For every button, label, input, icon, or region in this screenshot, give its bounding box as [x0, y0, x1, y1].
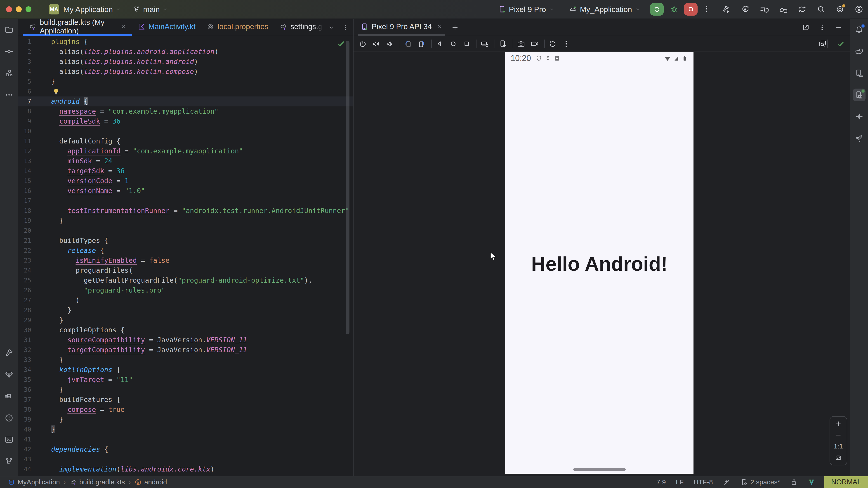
breadcrumb-android[interactable]: android: [134, 478, 167, 486]
code-line-19[interactable]: 19 }: [18, 216, 353, 226]
code-line-36[interactable]: 36 }: [18, 385, 353, 395]
line-number[interactable]: 41: [18, 434, 31, 445]
stripe-gradle-button[interactable]: [853, 45, 866, 58]
editor-tab-0[interactable]: build.gradle.kts (My Application): [23, 19, 132, 36]
line-number[interactable]: 40: [18, 424, 31, 434]
code-line-27[interactable]: 27 ): [18, 295, 353, 305]
search-button[interactable]: [816, 5, 826, 14]
stripe-git-branch-button[interactable]: [3, 455, 16, 468]
stripe-device-manager-button[interactable]: [853, 67, 866, 79]
panel-options-icon[interactable]: [818, 24, 826, 31]
breadcrumb-build.gradle.kts[interactable]: build.gradle.kts: [69, 478, 125, 486]
editor-tab-2[interactable]: local.properties: [201, 19, 274, 36]
line-number[interactable]: 42: [18, 445, 31, 454]
stripe-logcat-button[interactable]: [3, 390, 16, 402]
code-line-25[interactable]: 25 getDefaultProguardFile("proguard-andr…: [18, 275, 353, 285]
line-number[interactable]: 27: [18, 295, 31, 305]
code-line-2[interactable]: 2 alias(libs.plugins.android.application…: [18, 47, 353, 57]
status-2-spaces--widget[interactable]: 2 spaces*: [741, 478, 780, 486]
code-line-11[interactable]: 11 defaultConfig {: [18, 136, 353, 146]
zoom-out-icon[interactable]: [835, 431, 842, 439]
line-number[interactable]: 24: [18, 265, 31, 275]
line-number[interactable]: 37: [18, 395, 31, 404]
code-line-20[interactable]: 20: [18, 226, 353, 236]
overflow-button[interactable]: [562, 39, 570, 48]
line-number[interactable]: 8: [18, 106, 31, 116]
code-line-32[interactable]: 32 targetCompatibility = JavaVersion.VER…: [18, 345, 353, 355]
tab-options-button[interactable]: [342, 24, 349, 31]
stripe-more-button[interactable]: [3, 89, 16, 101]
line-number[interactable]: 23: [18, 256, 31, 265]
mirror-search-button[interactable]: [818, 39, 827, 48]
hidden-tabs-button[interactable]: [328, 24, 335, 31]
code-line-24[interactable]: 24 proguardFiles(: [18, 265, 353, 275]
line-number[interactable]: 16: [18, 186, 31, 196]
line-number[interactable]: 38: [18, 404, 31, 415]
stop-button[interactable]: [684, 3, 698, 15]
gesture-nav-handle[interactable]: [573, 468, 626, 471]
line-number[interactable]: 28: [18, 305, 31, 315]
line-number[interactable]: 43: [18, 454, 31, 464]
line-number[interactable]: 39: [18, 415, 31, 424]
code-line-39[interactable]: 39 }: [18, 415, 353, 424]
code-line-42[interactable]: 42dependencies {: [18, 445, 353, 454]
line-number[interactable]: 33: [18, 355, 31, 365]
rerun-button[interactable]: [650, 3, 664, 15]
line-number[interactable]: 21: [18, 236, 31, 246]
code-line-17[interactable]: 17: [18, 196, 353, 206]
session-restart-button[interactable]: [548, 39, 557, 48]
power-button[interactable]: [359, 39, 367, 48]
code-line-29[interactable]: 29 }: [18, 315, 353, 325]
build-run-button[interactable]: [721, 5, 731, 14]
line-number[interactable]: 20: [18, 226, 31, 236]
rotate-right-button[interactable]: [417, 39, 426, 48]
line-number[interactable]: 5: [18, 76, 31, 87]
editor-tab-3[interactable]: settings.g: [274, 19, 328, 36]
code-line-9[interactable]: 9 compileSdk = 36: [18, 116, 353, 126]
zoom-in-icon[interactable]: [835, 420, 842, 427]
status-lf-widget[interactable]: LF: [676, 478, 684, 486]
code-line-22[interactable]: 22 release {: [18, 246, 353, 256]
gradle-sync-button[interactable]: [798, 5, 807, 14]
code-line-3[interactable]: 3 alias(libs.plugins.kotlin.android): [18, 57, 353, 67]
debug-restart-button[interactable]: [778, 5, 787, 14]
line-number[interactable]: 1: [18, 37, 31, 47]
rotate-left-button[interactable]: [404, 39, 412, 48]
stripe-running-devices-button[interactable]: [853, 89, 866, 101]
apply-changes-button[interactable]: [741, 5, 749, 14]
status-lock-open-widget[interactable]: [790, 478, 798, 486]
code-line-34[interactable]: 34 kotlinOptions {: [18, 365, 353, 375]
account-button[interactable]: [855, 5, 864, 14]
close-icon[interactable]: [121, 24, 126, 30]
line-number[interactable]: 25: [18, 275, 31, 285]
code-line-8[interactable]: 8 namespace = "com.example.myapplication…: [18, 106, 353, 116]
code-line-4[interactable]: 4 alias(libs.plugins.kotlin.compose): [18, 67, 353, 76]
editor-scrollbar[interactable]: [346, 41, 349, 334]
line-number[interactable]: 36: [18, 385, 31, 395]
run-configuration-selector[interactable]: My_Application: [568, 5, 641, 14]
nav-back-button[interactable]: [435, 39, 444, 48]
code-line-26[interactable]: 26 "proguard-rules.pro": [18, 285, 353, 295]
code-line-12[interactable]: 12 applicationId = "com.example.myapplic…: [18, 146, 353, 156]
nav-home-button[interactable]: [449, 39, 458, 48]
debug-button[interactable]: [670, 5, 679, 14]
code-line-33[interactable]: 33 }: [18, 355, 353, 365]
window-minimize-button[interactable]: [16, 6, 22, 12]
code-line-30[interactable]: 30 compileOptions {: [18, 325, 353, 335]
stripe-structure-button[interactable]: [3, 67, 16, 79]
line-number[interactable]: 3: [18, 57, 31, 67]
device-selector[interactable]: Pixel 9 Pro: [498, 5, 555, 14]
code-line-21[interactable]: 21 buildTypes {: [18, 236, 353, 246]
status-7-9-widget[interactable]: 7:9: [656, 478, 666, 486]
code-line-13[interactable]: 13 minSdk = 24: [18, 156, 353, 166]
code-line-16[interactable]: 16 versionName = "1.0": [18, 186, 353, 196]
code-line-6[interactable]: 6: [18, 87, 353, 96]
line-number[interactable]: 13: [18, 156, 31, 166]
apply-code-button[interactable]: [760, 5, 769, 14]
line-number[interactable]: 22: [18, 246, 31, 256]
zoom-fit-icon[interactable]: [835, 454, 842, 461]
code-line-15[interactable]: 15 versionCode = 1: [18, 176, 353, 186]
line-number[interactable]: 32: [18, 345, 31, 355]
line-number[interactable]: 35: [18, 375, 31, 385]
settings-button[interactable]: [835, 5, 844, 14]
